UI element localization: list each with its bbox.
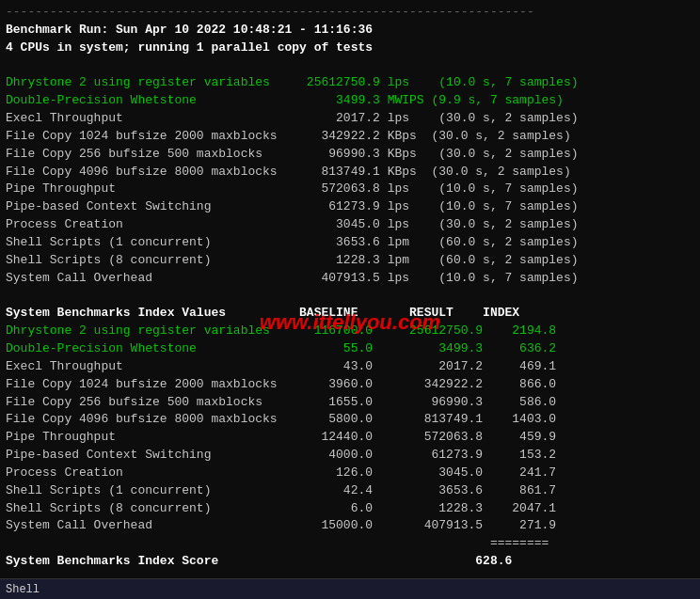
blank1 <box>6 57 694 75</box>
result-row: File Copy 4096 bufsize 8000 maxblocks 81… <box>6 164 694 181</box>
result-row: Double-Precision Whetstone 3499.3 MWIPS … <box>6 92 694 110</box>
index-header: System Benchmarks Index Values BASELINE … <box>6 305 694 323</box>
bottom-bar-label: Shell <box>6 583 40 596</box>
index-row: Process Creation 126.0 3045.0 241.7 <box>6 465 694 482</box>
result-row: File Copy 256 bufsize 500 maxblocks 9699… <box>6 146 694 164</box>
result-row: Dhrystone 2 using register variables 256… <box>6 74 694 92</box>
result-row: Pipe Throughput 572063.8 lps (10.0 s, 7 … <box>6 181 694 198</box>
bottom-bar: Shell <box>0 578 700 599</box>
index-row: Pipe-based Context Switching 4000.0 6127… <box>6 447 694 465</box>
index-row: File Copy 1024 bufsize 2000 maxblocks 39… <box>6 376 694 394</box>
separator-top: ----------------------------------------… <box>6 4 694 22</box>
result-row: Pipe-based Context Switching 61273.9 lps… <box>6 198 694 216</box>
score-line: System Benchmarks Index Score 628.6 <box>6 553 694 571</box>
blank2 <box>6 288 694 306</box>
index-row: Dhrystone 2 using register variables 116… <box>6 323 694 340</box>
index-row: System Call Overhead 15000.0 407913.5 27… <box>6 517 694 535</box>
index-section: Dhrystone 2 using register variables 116… <box>6 323 694 535</box>
result-row: Shell Scripts (8 concurrent) 1228.3 lpm … <box>6 252 694 270</box>
result-row: Process Creation 3045.0 lps (30.0 s, 2 s… <box>6 216 694 234</box>
results-section: Dhrystone 2 using register variables 256… <box>6 74 694 287</box>
result-row: Execl Throughput 2017.2 lps (30.0 s, 2 s… <box>6 110 694 128</box>
result-row: File Copy 1024 bufsize 2000 maxblocks 34… <box>6 128 694 146</box>
index-row: File Copy 256 bufsize 500 maxblocks 1655… <box>6 394 694 412</box>
index-row: Shell Scripts (8 concurrent) 6.0 1228.3 … <box>6 500 694 518</box>
result-row: System Call Overhead 407913.5 lps (10.0 … <box>6 270 694 288</box>
equals-line: ======== <box>6 535 694 553</box>
index-row: Shell Scripts (1 concurrent) 42.4 3653.6… <box>6 482 694 500</box>
cpu-line: 4 CPUs in system; running 1 parallel cop… <box>6 39 694 57</box>
index-row: Double-Precision Whetstone 55.0 3499.3 6… <box>6 340 694 358</box>
index-row: Execl Throughput 43.0 2017.2 469.1 <box>6 358 694 376</box>
result-row: Shell Scripts (1 concurrent) 3653.6 lpm … <box>6 234 694 252</box>
benchmark-run-line: Benchmark Run: Sun Apr 10 2022 10:48:21 … <box>6 22 694 39</box>
index-row: File Copy 4096 bufsize 8000 maxblocks 58… <box>6 411 694 429</box>
terminal-window: www.ittellyou.com ----------------------… <box>0 0 700 599</box>
index-row: Pipe Throughput 12440.0 572063.8 459.9 <box>6 429 694 447</box>
